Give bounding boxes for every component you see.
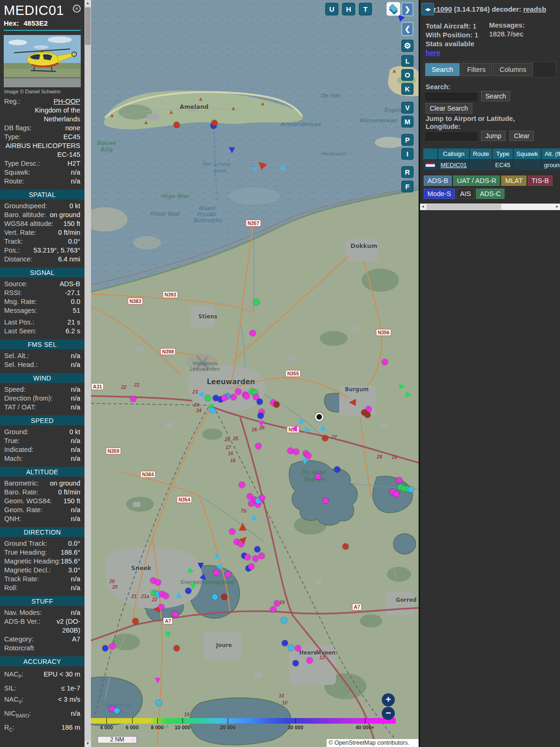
badge-ads-b[interactable]: ADS-B xyxy=(424,176,452,186)
aircraft-dot-marker[interactable] xyxy=(235,388,241,395)
tab-filters[interactable]: Filters xyxy=(461,63,492,76)
aircraft-dot-marker[interactable] xyxy=(322,435,328,441)
aircraft-dot-marker[interactable] xyxy=(231,394,237,400)
scroll-up-icon[interactable]: ▲ xyxy=(84,0,91,7)
aircraft-dot-marker[interactable] xyxy=(213,570,219,576)
aircraft-dot-marker[interactable] xyxy=(393,491,399,497)
aircraft-dot-marker[interactable] xyxy=(307,657,313,663)
aircraft-dot-marker[interactable] xyxy=(174,645,180,651)
jump-button[interactable]: Jump xyxy=(481,131,505,141)
aircraft-dot-marker[interactable] xyxy=(158,604,164,610)
aircraft-dot-marker[interactable] xyxy=(156,700,162,706)
aircraft-dot-marker[interactable] xyxy=(163,593,169,599)
aircraft-dot-marker[interactable] xyxy=(259,495,265,501)
aircraft-dot-marker[interactable] xyxy=(288,645,294,651)
table-header-Callsign[interactable]: Callsign xyxy=(438,148,469,159)
aircraft-dot-marker[interactable] xyxy=(172,611,178,617)
aircraft-dot-marker[interactable] xyxy=(315,473,321,479)
stats-here-link[interactable]: here xyxy=(426,48,441,57)
table-row[interactable]: MEDIC01 EC45 ground xyxy=(423,160,560,170)
map-toggle-button-f[interactable]: F xyxy=(401,181,413,192)
badge-mode-s[interactable]: Mode-S xyxy=(424,189,455,199)
zoom-in-button[interactable]: + xyxy=(382,693,395,706)
table-header-Type[interactable]: Type xyxy=(493,148,513,159)
panel-collapse-icon[interactable]: ◀▶ xyxy=(421,3,434,15)
badge-mlat[interactable]: MLAT xyxy=(501,176,526,186)
aircraft-dot-marker[interactable] xyxy=(396,477,402,483)
cell-callsign[interactable]: MEDIC01 xyxy=(438,160,469,170)
sidebar-scrollbar[interactable]: ▲ ▼ xyxy=(84,0,91,747)
map-toggle-button-r[interactable]: R xyxy=(401,166,413,178)
aircraft-dot-marker[interactable] xyxy=(255,443,261,449)
aircraft-dot-marker[interactable] xyxy=(305,453,311,459)
aircraft-dot-marker[interactable] xyxy=(282,640,288,646)
aircraft-dot-marker[interactable] xyxy=(295,645,301,651)
map-canvas[interactable]: FryslânAmelandDe HônEngelsmWierumerwadAm… xyxy=(91,0,420,747)
aircraft-dot-marker[interactable] xyxy=(250,330,256,336)
osm-link[interactable]: OpenStreetMap xyxy=(335,740,376,746)
scroll-down-icon[interactable]: ▼ xyxy=(84,740,91,747)
badge-tis-b[interactable]: TIS-B xyxy=(528,176,553,186)
jump-clear-button[interactable]: Clear xyxy=(510,131,533,141)
aircraft-dot-marker[interactable] xyxy=(252,556,259,562)
map-button-u[interactable]: U xyxy=(325,3,338,15)
badge-ads-c[interactable]: ADS-C xyxy=(476,189,504,199)
badge-uat-ads-r[interactable]: UAT / ADS-R xyxy=(453,176,500,186)
aircraft-dot-marker[interactable] xyxy=(239,482,245,488)
aircraft-dot-marker[interactable] xyxy=(270,606,276,613)
search-button[interactable]: Search xyxy=(481,91,510,101)
map-toggle-button-m[interactable]: M xyxy=(401,116,413,127)
aircraft-dot-marker[interactable] xyxy=(185,588,191,594)
aircraft-dot-marker[interactable] xyxy=(102,645,108,651)
scroll-right-icon[interactable]: ► xyxy=(554,204,560,210)
aircraft-dot-marker[interactable] xyxy=(221,395,227,401)
aircraft-dot-marker[interactable] xyxy=(273,402,280,408)
map-toggle-button-p[interactable]: P xyxy=(401,134,413,146)
clear-search-button[interactable]: Clear Search xyxy=(426,103,472,113)
aircraft-dot-marker[interactable] xyxy=(210,407,216,413)
zoom-out-button[interactable]: − xyxy=(382,707,395,720)
aircraft-dot-marker[interactable] xyxy=(114,708,120,714)
aircraft-dot-marker[interactable] xyxy=(174,122,180,128)
map-button-h[interactable]: H xyxy=(342,3,355,15)
jump-input[interactable] xyxy=(426,133,477,141)
readsb-link[interactable]: readsb xyxy=(523,5,546,13)
hscrollbar-thumb[interactable] xyxy=(427,204,501,210)
aircraft-dot-marker[interactable] xyxy=(221,594,227,600)
aircraft-dot-marker[interactable] xyxy=(364,412,371,418)
aircraft-dot-marker[interactable] xyxy=(293,449,299,455)
aircraft-dot-marker[interactable] xyxy=(293,660,299,666)
aircraft-dot-marker[interactable] xyxy=(343,543,349,550)
info-value[interactable]: PH-OOP xyxy=(21,97,80,106)
map-toggle-button-v[interactable]: V xyxy=(401,102,413,113)
table-header-Squawk[interactable]: Squawk xyxy=(514,148,541,159)
aircraft-dot-marker[interactable] xyxy=(257,399,263,405)
table-header-Alt. (ft)[interactable]: Alt. (ft) xyxy=(542,148,560,159)
aircraft-dot-marker[interactable] xyxy=(229,529,235,535)
aircraft-dot-marker[interactable] xyxy=(408,486,414,493)
map-toggle-button-i[interactable]: I xyxy=(401,148,413,160)
aircraft-dot-marker[interactable] xyxy=(258,413,264,419)
aircraft-dot-marker[interactable] xyxy=(212,594,218,600)
aircraft-dot-marker[interactable] xyxy=(274,600,280,606)
aircraft-dot-marker[interactable] xyxy=(253,299,259,305)
table-header-Route[interactable]: Route xyxy=(470,148,492,159)
aircraft-dot-marker[interactable] xyxy=(244,393,250,399)
aircraft-dot-marker[interactable] xyxy=(133,618,139,624)
aircraft-dot-marker[interactable] xyxy=(205,395,211,401)
aircraft-dot-marker[interactable] xyxy=(334,466,340,472)
aircraft-dot-marker[interactable] xyxy=(248,564,254,570)
collapse-left-button[interactable]: ❮ xyxy=(401,22,413,36)
settings-gear-button[interactable]: ⚙ xyxy=(401,40,413,52)
table-header-flag[interactable] xyxy=(423,148,437,159)
aircraft-dot-marker[interactable] xyxy=(259,553,265,559)
badge-ais[interactable]: AIS xyxy=(456,189,475,199)
scrollbar-thumb[interactable] xyxy=(85,7,91,45)
layers-button[interactable] xyxy=(386,2,400,16)
aircraft-dot-marker[interactable] xyxy=(248,500,254,507)
aircraft-dot-marker[interactable] xyxy=(254,546,260,552)
map-button-t[interactable]: T xyxy=(359,3,372,15)
aircraft-dot-marker[interactable] xyxy=(155,579,161,585)
aircraft-dot-marker[interactable] xyxy=(225,571,231,578)
map-toggle-button-k[interactable]: K xyxy=(401,83,413,95)
